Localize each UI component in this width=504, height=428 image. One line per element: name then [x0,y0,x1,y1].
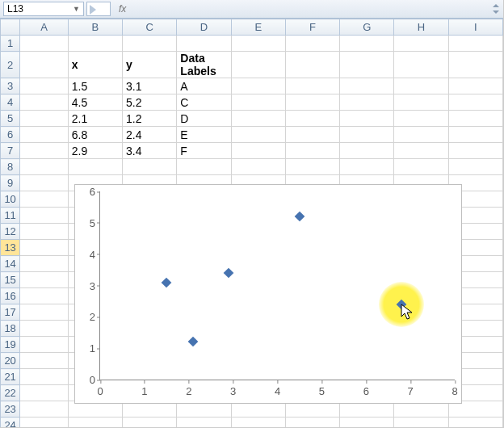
cell-I24[interactable] [448,418,502,429]
cell-F5[interactable] [285,111,339,127]
cell-C1[interactable] [123,36,177,52]
cell-D2[interactable]: Data Labels [177,52,231,78]
worksheet[interactable]: ABCDEFGHI 12xyData Labels31.53.1A44.55.2… [0,19,503,428]
cell-A14[interactable] [20,256,69,272]
cell-E1[interactable] [231,36,285,52]
cell-B6[interactable]: 6.8 [68,127,122,143]
row-header-16[interactable]: 16 [1,288,20,304]
cell-A6[interactable] [20,127,69,143]
row-header-23[interactable]: 23 [1,401,20,418]
data-point[interactable] [188,337,199,347]
cell-B5[interactable]: 2.1 [68,111,122,127]
cell-G5[interactable] [340,111,394,127]
cell-E24[interactable] [231,418,285,429]
row-header-20[interactable]: 20 [1,353,20,369]
cell-G7[interactable] [340,143,394,159]
cell-E7[interactable] [231,143,285,159]
cell-A15[interactable] [20,272,69,288]
cell-F2[interactable] [285,52,339,78]
row-header-13[interactable]: 13 [1,240,20,256]
cell-C24[interactable] [123,418,177,429]
cell-D4[interactable]: C [177,94,231,111]
cell-E6[interactable] [231,127,285,143]
cell-C3[interactable]: 3.1 [123,78,177,94]
cell-F24[interactable] [285,418,339,429]
row-header-11[interactable]: 11 [1,208,20,224]
cell-F1[interactable] [285,36,339,52]
cell-B24[interactable] [68,418,122,429]
expand-formula-icon[interactable] [86,2,111,16]
row-header-8[interactable]: 8 [1,159,20,175]
cell-B7[interactable]: 2.9 [68,143,122,159]
column-header-A[interactable]: A [20,19,69,36]
cell-G3[interactable] [340,78,394,94]
cell-H6[interactable] [394,127,448,143]
cell-D6[interactable]: E [177,127,231,143]
select-all-corner[interactable] [1,19,20,36]
cell-H3[interactable] [394,78,448,94]
cell-B4[interactable]: 4.5 [68,94,122,111]
row-header-14[interactable]: 14 [1,256,20,272]
cell-I8[interactable] [448,159,502,175]
formula-input[interactable] [126,2,489,16]
fx-label[interactable]: fx [119,3,126,15]
row-header-12[interactable]: 12 [1,224,20,240]
data-point[interactable] [162,277,172,287]
cell-I7[interactable] [448,143,502,159]
cell-C2[interactable]: y [123,52,177,78]
cell-F3[interactable] [285,78,339,94]
cell-A10[interactable] [20,191,69,208]
row-header-15[interactable]: 15 [1,272,20,288]
cell-F7[interactable] [285,143,339,159]
cell-A1[interactable] [20,36,69,52]
column-header-I[interactable]: I [448,19,502,36]
cell-H7[interactable] [394,143,448,159]
cell-B2[interactable]: x [68,52,122,78]
row-header-9[interactable]: 9 [1,175,20,191]
cell-E5[interactable] [231,111,285,127]
cell-A11[interactable] [20,208,69,224]
row-header-19[interactable]: 19 [1,337,20,353]
cell-C8[interactable] [123,159,177,175]
cell-A21[interactable] [20,369,69,385]
column-header-F[interactable]: F [285,19,339,36]
data-point[interactable] [224,268,234,279]
row-header-10[interactable]: 10 [1,191,20,208]
cell-A22[interactable] [20,385,69,401]
cell-C4[interactable]: 5.2 [123,94,177,111]
row-header-18[interactable]: 18 [1,321,20,337]
cell-A5[interactable] [20,111,69,127]
cell-E8[interactable] [231,159,285,175]
row-header-2[interactable]: 2 [1,52,20,78]
cell-A3[interactable] [20,78,69,94]
cell-G8[interactable] [340,159,394,175]
cell-C7[interactable]: 3.4 [123,143,177,159]
cell-I4[interactable] [448,94,502,111]
cell-A19[interactable] [20,337,69,353]
row-header-5[interactable]: 5 [1,111,20,127]
row-header-3[interactable]: 3 [1,78,20,94]
cell-A7[interactable] [20,143,69,159]
cell-I6[interactable] [448,127,502,143]
cell-H5[interactable] [394,111,448,127]
data-point[interactable] [397,299,407,309]
cell-D1[interactable] [177,36,231,52]
column-header-D[interactable]: D [177,19,231,36]
cell-E2[interactable] [231,52,285,78]
column-header-C[interactable]: C [123,19,177,36]
cell-G1[interactable] [340,36,394,52]
cell-A23[interactable] [20,401,69,418]
row-header-24[interactable]: 24 [1,418,20,429]
cell-G6[interactable] [340,127,394,143]
cell-A8[interactable] [20,159,69,175]
cell-A16[interactable] [20,288,69,304]
cell-A4[interactable] [20,94,69,111]
chart[interactable]: 0123456012345678 [74,184,462,404]
cell-D3[interactable]: A [177,78,231,94]
cell-F6[interactable] [285,127,339,143]
row-header-22[interactable]: 22 [1,385,20,401]
cell-E4[interactable] [231,94,285,111]
cell-D7[interactable]: F [177,143,231,159]
chevron-down-icon[interactable]: ▼ [73,5,80,13]
cell-I3[interactable] [448,78,502,94]
